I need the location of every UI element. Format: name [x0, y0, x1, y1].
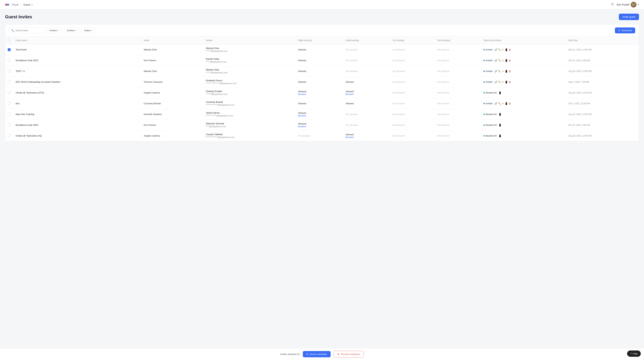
- search-box[interactable]: 🔍: [9, 28, 45, 33]
- row-checkbox[interactable]: [8, 113, 10, 115]
- start-time-cell: Aug 10, 2022, 12:00 PM: [566, 109, 639, 120]
- download-icon: ⬇: [618, 29, 620, 32]
- col-event-name: Event name: [13, 36, 141, 44]
- car-cell: Not allowed: [390, 55, 434, 66]
- status-actions-cell: Invited 🔗 ✏️ ✉ 📱 🗑: [481, 98, 566, 109]
- user-menu[interactable]: Erin Powell EP ▾: [617, 2, 639, 7]
- inviter-cell: Kim Powers: [141, 55, 203, 66]
- row-checkbox-cell[interactable]: [5, 98, 13, 109]
- delete-icon[interactable]: 🗑: [508, 102, 512, 105]
- car-cell: Not allowed: [390, 77, 434, 87]
- select-all-header[interactable]: [5, 36, 13, 44]
- delete-icon[interactable]: 🗑: [508, 80, 512, 84]
- row-checkbox-cell[interactable]: [5, 131, 13, 141]
- hotel-cell: AllowedBooked: [343, 131, 390, 141]
- edit-icon[interactable]: ✏️: [498, 102, 502, 105]
- copy-link-icon[interactable]: 🔗: [494, 48, 498, 51]
- clock-icon[interactable]: ⏱: [611, 3, 614, 6]
- copy-link-icon[interactable]: 🔗: [494, 69, 498, 73]
- row-checkbox-cell[interactable]: [5, 44, 13, 55]
- train-cell: Not allowed: [434, 131, 481, 141]
- inviter-name: Kenneth Hawkins: [144, 113, 162, 116]
- start-time-cell: Aug 29, 2022, 12:00 PM: [566, 131, 639, 141]
- mobile-icon[interactable]: 📱: [504, 80, 508, 84]
- mobile-icon[interactable]: 📱: [498, 123, 502, 127]
- train-cell: Not allowed: [434, 109, 481, 120]
- mobile-icon[interactable]: 📱: [504, 48, 508, 51]
- copy-link-icon[interactable]: 🔗: [494, 102, 498, 105]
- copy-link-icon[interactable]: 🔗: [494, 80, 498, 84]
- inviter-cell: Angela Cabrera: [141, 87, 203, 98]
- status-badge: Invited: [486, 102, 492, 105]
- email-icon[interactable]: ✉: [502, 102, 504, 105]
- mobile-icon[interactable]: 📱: [504, 102, 508, 105]
- email-icon[interactable]: ✉: [502, 59, 504, 62]
- inviter-name: Thomas Camacho: [144, 81, 162, 83]
- row-checkbox[interactable]: [8, 48, 10, 51]
- row-checkbox[interactable]: [8, 134, 10, 137]
- hotel-cell: Not allowed: [343, 44, 390, 55]
- col-train: Train booking: [434, 36, 481, 44]
- row-checkbox[interactable]: [8, 80, 10, 83]
- status-badge: Booked All: [486, 91, 496, 94]
- delete-icon[interactable]: 🗑: [508, 59, 512, 62]
- car-cell: Not allowed: [390, 87, 434, 98]
- row-checkbox-cell[interactable]: [5, 109, 13, 120]
- row-checkbox-cell[interactable]: [5, 55, 13, 66]
- search-input[interactable]: [16, 29, 39, 32]
- col-flight: Flight booking: [296, 36, 343, 44]
- row-checkbox-cell[interactable]: [5, 87, 13, 98]
- header-left: Travel | Guest ▾: [5, 3, 32, 6]
- invitee-cell: Chelsey Powell ******@tripactions.com: [203, 87, 296, 98]
- download-button[interactable]: ⬇ Download: [615, 27, 635, 33]
- copy-link-icon[interactable]: 🔗: [494, 59, 498, 62]
- inviters-filter[interactable]: Inviters ▾: [47, 28, 62, 33]
- invitee-cell: Jacob Garcia ****** ******@tripactions.c…: [203, 109, 296, 120]
- invitee-cell: Crystal Caldwell **************@tripacti…: [203, 131, 296, 141]
- inviter-cell: Thomas Camacho: [141, 77, 203, 87]
- header-section-dropdown[interactable]: ▾: [32, 3, 32, 6]
- status-filter[interactable]: Status ▾: [82, 28, 96, 33]
- start-time: Oct 16, 2022, 4:00 AM: [568, 124, 590, 126]
- row-checkbox-cell[interactable]: [5, 120, 13, 131]
- start-time: Aug 10, 2022, 12:00 PM: [568, 113, 592, 116]
- invite-guest-button[interactable]: Invite guest: [619, 14, 639, 20]
- event-name: Excellence Club 2022: [16, 124, 38, 126]
- status-actions-cell: Invited 🔗 ✏️ ✉ 📱 🗑: [481, 66, 566, 77]
- invitee-cell: Deborah Schmidt ****@tripactions.com: [203, 120, 296, 131]
- delete-icon[interactable]: 🗑: [508, 48, 512, 51]
- delete-icon[interactable]: 🗑: [508, 69, 512, 73]
- row-checkbox[interactable]: [8, 59, 10, 62]
- edit-icon[interactable]: ✏️: [498, 69, 502, 73]
- invitee-email: ****** **********@tripactions.com: [206, 82, 293, 85]
- row-checkbox-cell[interactable]: [5, 77, 13, 87]
- mobile-icon[interactable]: 📱: [504, 59, 508, 62]
- mobile-icon[interactable]: 📱: [498, 91, 502, 95]
- email-icon[interactable]: ✉: [502, 48, 504, 51]
- row-checkbox[interactable]: [8, 123, 10, 126]
- edit-icon[interactable]: ✏️: [498, 59, 502, 62]
- row-checkbox[interactable]: [8, 91, 10, 94]
- invitees-filter[interactable]: Invitees ▾: [64, 28, 80, 33]
- invitee-name: Kimberly Ponce: [206, 79, 293, 82]
- mobile-icon[interactable]: 📱: [498, 113, 502, 116]
- row-checkbox[interactable]: [8, 102, 10, 105]
- mobile-icon[interactable]: 📱: [504, 69, 508, 73]
- start-time-cell: Aug 29, 2022, 12:00 PM: [566, 87, 639, 98]
- invitee-name: Chelsey Powell: [206, 90, 293, 93]
- row-checkbox-cell[interactable]: [5, 66, 13, 77]
- select-all-checkbox[interactable]: [8, 39, 10, 41]
- inviter-name: Kim Powers: [144, 59, 156, 62]
- car-cell: Not allowed: [390, 120, 434, 131]
- email-icon[interactable]: ✉: [502, 80, 504, 84]
- row-checkbox[interactable]: [8, 69, 10, 72]
- email-icon[interactable]: ✉: [502, 69, 504, 73]
- status-badge: Invited: [486, 81, 492, 83]
- page-title: Guest Invites: [5, 14, 32, 19]
- edit-icon[interactable]: ✏️: [498, 48, 502, 51]
- edit-icon[interactable]: ✏️: [498, 80, 502, 84]
- hotel-cell: Allowed: [343, 77, 390, 87]
- event-name-cell: Excellence Club 2022: [13, 55, 141, 66]
- invitee-cell: Courtney Brandt **************@tripactio…: [203, 98, 296, 109]
- mobile-icon[interactable]: 📱: [498, 134, 502, 138]
